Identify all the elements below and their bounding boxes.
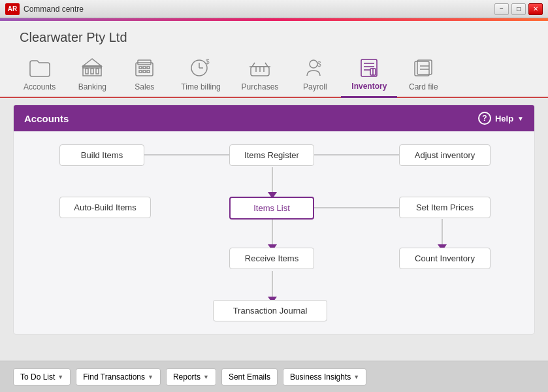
help-label: Help: [495, 114, 513, 123]
svg-rect-3: [86, 69, 88, 74]
person-dollar-icon: $: [302, 56, 328, 80]
items-list-node[interactable]: Items List: [229, 197, 314, 220]
set-item-prices-node[interactable]: Set Item Prices: [399, 197, 491, 218]
sent-emails-button[interactable]: Sent Emails: [221, 368, 278, 385]
business-insights-label: Business Insights: [290, 372, 351, 382]
clock-dollar-icon: $: [187, 56, 214, 80]
nav-label-purchases: Purchases: [242, 82, 279, 91]
bank-icon: [79, 56, 105, 80]
business-insights-dropdown-icon: ▼: [353, 374, 359, 380]
section-title: Accounts: [24, 113, 69, 124]
to-do-list-button[interactable]: To Do List ▼: [13, 368, 71, 385]
sidebar-item-payroll[interactable]: $ Payroll: [289, 52, 341, 97]
flow-area: Build Items Items Register Adjust invent…: [14, 131, 534, 334]
bottom-bar: To Do List ▼ Find Transactions ▼ Reports…: [0, 361, 548, 392]
company-name: Clearwater Pty Ltd: [0, 21, 548, 52]
svg-rect-5: [96, 69, 99, 74]
svg-rect-8: [139, 67, 142, 69]
nav-label-accounts: Accounts: [24, 82, 56, 91]
card-file-icon: [410, 56, 436, 80]
sidebar-item-sales[interactable]: Sales: [118, 52, 170, 97]
section-header: Accounts ? Help ▼: [14, 105, 534, 131]
build-items-node[interactable]: Build Items: [59, 144, 144, 166]
svg-rect-12: [143, 71, 146, 73]
maximize-button[interactable]: □: [511, 3, 526, 15]
basket-icon: [247, 56, 273, 80]
svg-rect-10: [147, 67, 150, 69]
register-icon: [131, 56, 157, 80]
main-content: Accounts ? Help ▼: [0, 98, 548, 392]
inventory-icon: [356, 56, 382, 79]
transaction-journal-node[interactable]: Transaction Journal: [213, 300, 327, 321]
minimize-button[interactable]: −: [494, 3, 509, 15]
help-icon: ?: [478, 112, 491, 125]
find-transactions-button[interactable]: Find Transactions ▼: [76, 368, 161, 385]
business-insights-button[interactable]: Business Insights ▼: [283, 368, 366, 385]
nav-bar: Accounts Banking Sales $ Time billing: [0, 52, 548, 98]
svg-rect-11: [139, 71, 142, 73]
app-logo: AR: [5, 3, 20, 15]
svg-rect-13: [147, 71, 150, 73]
section-panel: Accounts ? Help ▼: [13, 105, 535, 335]
sidebar-item-accounts[interactable]: Accounts: [13, 52, 66, 97]
svg-rect-22: [361, 59, 377, 76]
title-bar: AR Command centre − □ ✕: [0, 0, 548, 18]
items-register-node[interactable]: Items Register: [229, 144, 314, 166]
sidebar-item-inventory[interactable]: Inventory: [341, 52, 397, 98]
nav-label-sales: Sales: [135, 82, 154, 91]
sidebar-item-time-billing[interactable]: $ Time billing: [170, 52, 231, 97]
svg-point-20: [310, 60, 317, 68]
receive-items-node[interactable]: Receive Items: [229, 248, 314, 269]
nav-label-banking: Banking: [78, 82, 106, 91]
sidebar-item-banking[interactable]: Banking: [66, 52, 118, 97]
find-transactions-label: Find Transactions: [83, 372, 145, 382]
count-inventory-node[interactable]: Count Inventory: [399, 248, 491, 269]
svg-rect-9: [143, 67, 146, 69]
reports-label: Reports: [173, 372, 201, 382]
window-controls: − □ ✕: [494, 3, 543, 15]
sent-emails-label: Sent Emails: [229, 372, 270, 382]
svg-marker-2: [83, 59, 101, 66]
svg-rect-4: [91, 69, 93, 74]
nav-label-card-file: Card file: [409, 82, 438, 91]
svg-text:$: $: [206, 58, 210, 65]
find-transactions-dropdown-icon: ▼: [148, 374, 153, 380]
reports-button[interactable]: Reports ▼: [166, 368, 216, 385]
to-do-list-dropdown-icon: ▼: [57, 374, 63, 380]
close-button[interactable]: ✕: [528, 3, 543, 15]
to-do-list-label: To Do List: [20, 372, 55, 382]
sidebar-item-purchases[interactable]: Purchases: [231, 52, 289, 97]
reports-dropdown-icon: ▼: [203, 374, 209, 380]
window-title: Command centre: [24, 5, 84, 14]
auto-build-items-node[interactable]: Auto-Build Items: [59, 197, 151, 218]
svg-text:$: $: [317, 61, 321, 68]
chevron-down-icon: ▼: [517, 115, 524, 122]
nav-label-time-billing: Time billing: [181, 82, 220, 91]
nav-label-inventory: Inventory: [351, 82, 387, 91]
adjust-inventory-node[interactable]: Adjust inventory: [399, 144, 491, 166]
nav-label-payroll: Payroll: [303, 82, 327, 91]
sidebar-item-card-file[interactable]: Card file: [397, 52, 449, 97]
help-button[interactable]: ? Help ▼: [478, 112, 524, 125]
folder-icon: [27, 56, 53, 80]
